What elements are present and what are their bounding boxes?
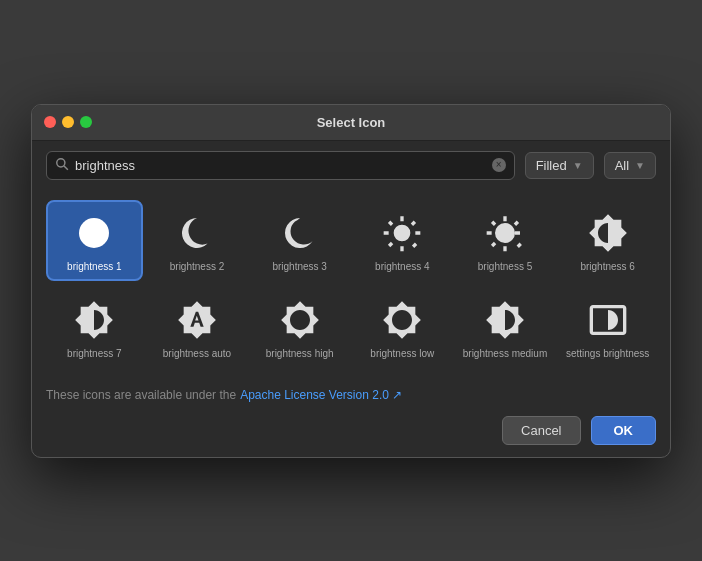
brightness-low-icon [379,297,425,343]
brightness-1-icon [71,210,117,256]
icon-label-brightness-3: brightness 3 [272,261,326,273]
icon-label-brightness-low: brightness low [370,348,434,360]
filter-filled-label: Filled [536,158,567,173]
minimize-button[interactable] [62,116,74,128]
window-controls [44,116,92,128]
icon-label-brightness-auto: brightness auto [163,348,231,360]
brightness-4-icon [379,210,425,256]
filter-filled-dropdown[interactable]: Filled ▼ [525,152,594,179]
footer-buttons: Cancel OK [32,410,670,457]
dialog-title: Select Icon [317,115,386,130]
icon-label-brightness-6: brightness 6 [580,261,634,273]
icon-label-brightness-7: brightness 7 [67,348,121,360]
ok-button[interactable]: OK [591,416,657,445]
filter-all-dropdown[interactable]: All ▼ [604,152,656,179]
icon-label-brightness-2: brightness 2 [170,261,224,273]
svg-line-1 [64,166,68,170]
brightness-3-icon [277,210,323,256]
license-notice: These icons are available under the Apac… [32,378,670,410]
icon-grid: brightness 1brightness 2brightness 3brig… [32,190,670,378]
brightness-2-icon [174,210,220,256]
icon-label-brightness-1: brightness 1 [67,261,121,273]
brightness-5-icon [482,210,528,256]
icon-item-brightness-4[interactable]: brightness 4 [354,200,451,281]
clear-search-button[interactable]: × [492,158,506,172]
icon-label-brightness-4: brightness 4 [375,261,429,273]
search-box: × [46,151,515,180]
close-button[interactable] [44,116,56,128]
icon-item-settings-brightness[interactable]: settings brightness [559,287,656,368]
svg-point-0 [57,158,65,166]
icon-label-brightness-5: brightness 5 [478,261,532,273]
icon-label-settings-brightness: settings brightness [566,348,649,360]
cancel-button[interactable]: Cancel [502,416,580,445]
svg-point-2 [79,218,109,248]
license-prefix: These icons are available under the [46,388,236,402]
icon-item-brightness-high[interactable]: brightness high [251,287,348,368]
search-toolbar: × Filled ▼ All ▼ [32,141,670,190]
search-input[interactable] [75,158,486,173]
titlebar: Select Icon [32,105,670,141]
icon-item-brightness-6[interactable]: brightness 6 [559,200,656,281]
brightness-6-icon [585,210,631,256]
brightness-medium-icon [482,297,528,343]
icon-item-brightness-7[interactable]: brightness 7 [46,287,143,368]
search-icon [55,157,69,174]
chevron-down-icon-2: ▼ [635,160,645,171]
icon-item-brightness-low[interactable]: brightness low [354,287,451,368]
license-link[interactable]: Apache License Version 2.0 ↗ [240,388,402,402]
brightness-auto-icon [174,297,220,343]
maximize-button[interactable] [80,116,92,128]
brightness-high-icon [277,297,323,343]
brightness-7-icon [71,297,117,343]
icon-label-brightness-high: brightness high [266,348,334,360]
settings-brightness-icon [585,297,631,343]
icon-item-brightness-3[interactable]: brightness 3 [251,200,348,281]
icon-item-brightness-2[interactable]: brightness 2 [149,200,246,281]
icon-item-brightness-5[interactable]: brightness 5 [457,200,554,281]
icon-item-brightness-1[interactable]: brightness 1 [46,200,143,281]
icon-item-brightness-medium[interactable]: brightness medium [457,287,554,368]
select-icon-dialog: Select Icon × Filled ▼ All ▼ brightness … [31,104,671,458]
chevron-down-icon: ▼ [573,160,583,171]
filter-all-label: All [615,158,629,173]
icon-label-brightness-medium: brightness medium [463,348,547,360]
icon-item-brightness-auto[interactable]: brightness auto [149,287,246,368]
